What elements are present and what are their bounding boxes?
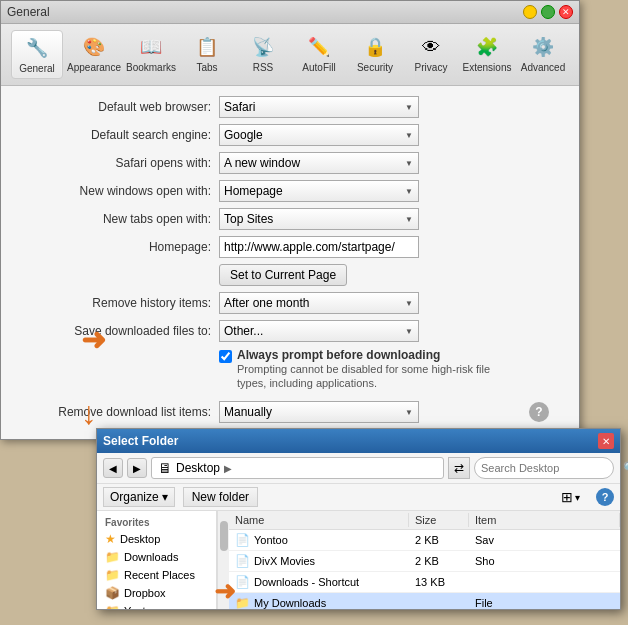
advanced-icon: ⚙️ bbox=[530, 34, 556, 60]
always-prompt-row: Always prompt before downloading Prompti… bbox=[219, 348, 559, 391]
toolbar-label-privacy: Privacy bbox=[415, 62, 448, 73]
nav-forward-button[interactable]: ▶ bbox=[127, 458, 147, 478]
dropbox-icon: 📦 bbox=[105, 586, 120, 600]
sidebar-item-recent[interactable]: 📁 Recent Places bbox=[97, 566, 216, 584]
safari-opens-select[interactable]: A new window bbox=[219, 152, 419, 174]
minimize-button[interactable] bbox=[523, 5, 537, 19]
default-browser-label: Default web browser: bbox=[21, 100, 211, 114]
path-bar: 🖥 Desktop ▶ bbox=[151, 457, 444, 479]
default-browser-select[interactable]: Safari bbox=[219, 96, 419, 118]
file-row-yontoo[interactable]: 📄Yontoo 2 KB Sav bbox=[229, 530, 620, 551]
file-row-divx[interactable]: 📄DivX Movies 2 KB Sho bbox=[229, 551, 620, 572]
col-header-size: Size bbox=[409, 513, 469, 527]
remove-download-row: Remove download list items: Manually ? bbox=[21, 397, 559, 423]
folder-nav-bar: ◀ ▶ 🖥 Desktop ▶ ⇄ 🔍 bbox=[97, 453, 620, 484]
close-button[interactable]: ✕ bbox=[559, 5, 573, 19]
refresh-button[interactable]: ⇄ bbox=[448, 457, 470, 479]
favorites-section: Favorites ★ Desktop 📁 Downloads 📁 Recent… bbox=[97, 511, 216, 609]
col-header-name: Name bbox=[229, 513, 409, 527]
default-search-control: Google bbox=[219, 124, 559, 146]
sidebar-desktop-label: Desktop bbox=[120, 533, 160, 545]
security-icon: 🔒 bbox=[362, 34, 388, 60]
sidebar-item-dropbox[interactable]: 📦 Dropbox bbox=[97, 584, 216, 602]
remove-download-control: Manually bbox=[219, 401, 529, 423]
always-prompt-checkbox[interactable] bbox=[219, 350, 232, 363]
desktop-icon: 🖥 bbox=[158, 460, 172, 476]
default-browser-select-wrap: Safari bbox=[219, 96, 419, 118]
toolbar-label-general: General bbox=[19, 63, 55, 74]
new-windows-row: New windows open with: Homepage bbox=[21, 180, 559, 202]
safari-opens-select-wrap: A new window bbox=[219, 152, 419, 174]
folder-toolbar: Organize ▾ New folder ⊞ ▾ ? bbox=[97, 484, 620, 511]
new-tabs-select-wrap: Top Sites bbox=[219, 208, 419, 230]
toolbar-label-advanced: Advanced bbox=[521, 62, 565, 73]
toolbar-label-appearance: Appearance bbox=[67, 62, 121, 73]
new-tabs-row: New tabs open with: Top Sites bbox=[21, 208, 559, 230]
title-buttons: ✕ bbox=[523, 5, 573, 19]
default-search-select-wrap: Google bbox=[219, 124, 419, 146]
toolbar-label-bookmarks: Bookmarks bbox=[126, 62, 176, 73]
toolbar-item-extensions[interactable]: 🧩 Extensions bbox=[461, 30, 513, 79]
remove-history-select[interactable]: After one month bbox=[219, 292, 419, 314]
toolbar-label-security: Security bbox=[357, 62, 393, 73]
save-files-select[interactable]: Other... bbox=[219, 320, 419, 342]
folder-help-button[interactable]: ? bbox=[596, 488, 614, 506]
path-arrow: ▶ bbox=[224, 463, 232, 474]
remove-history-control: After one month bbox=[219, 292, 559, 314]
new-tabs-select[interactable]: Top Sites bbox=[219, 208, 419, 230]
nav-back-button[interactable]: ◀ bbox=[103, 458, 123, 478]
toolbar-item-advanced[interactable]: ⚙️ Advanced bbox=[517, 30, 569, 79]
toolbar-item-tabs[interactable]: 📋 Tabs bbox=[181, 30, 233, 79]
toolbar-label-tabs: Tabs bbox=[196, 62, 217, 73]
folder-close-button[interactable]: ✕ bbox=[598, 433, 614, 449]
remove-download-section: ↓ Remove download list items: Manually ? bbox=[21, 397, 559, 423]
sidebar-item-desktop[interactable]: ★ Desktop bbox=[97, 530, 216, 548]
file-row-downloads-shortcut[interactable]: 📄Downloads - Shortcut 13 KB bbox=[229, 572, 620, 593]
folder-icon-downloads: 📁 bbox=[105, 550, 120, 564]
help-button[interactable]: ? bbox=[529, 402, 549, 422]
toolbar-item-appearance[interactable]: 🎨 Appearance bbox=[67, 30, 121, 79]
path-text: Desktop bbox=[176, 461, 220, 475]
general-icon: 🔧 bbox=[24, 35, 50, 61]
default-browser-control: Safari bbox=[219, 96, 559, 118]
set-to-current-page-button[interactable]: Set to Current Page bbox=[219, 264, 347, 286]
homepage-control bbox=[219, 236, 559, 258]
toolbar-item-general[interactable]: 🔧 General bbox=[11, 30, 63, 79]
organize-label: Organize bbox=[110, 490, 159, 504]
folder-icon-recent: 📁 bbox=[105, 568, 120, 582]
save-files-control: Other... bbox=[219, 320, 559, 342]
new-folder-button[interactable]: New folder bbox=[183, 487, 258, 507]
new-windows-select-wrap: Homepage bbox=[219, 180, 419, 202]
maximize-button[interactable] bbox=[541, 5, 555, 19]
file-list-header: Name Size Item bbox=[229, 511, 620, 530]
search-input[interactable] bbox=[481, 462, 619, 474]
right-arrow-annotation: ➜ bbox=[81, 322, 106, 357]
toolbar-item-bookmarks[interactable]: 📖 Bookmarks bbox=[125, 30, 177, 79]
toolbar-item-security[interactable]: 🔒 Security bbox=[349, 30, 401, 79]
toolbar-item-privacy[interactable]: 👁 Privacy bbox=[405, 30, 457, 79]
file-icon-my-downloads: 📁 bbox=[235, 596, 250, 609]
new-windows-label: New windows open with: bbox=[21, 184, 211, 198]
favorites-label: Favorites bbox=[97, 515, 216, 530]
sidebar-item-downloads[interactable]: 📁 Downloads bbox=[97, 548, 216, 566]
file-area: Favorites ★ Desktop 📁 Downloads 📁 Recent… bbox=[97, 511, 620, 609]
organize-button[interactable]: Organize ▾ bbox=[103, 487, 175, 507]
toolbar-item-autofill[interactable]: ✏️ AutoFill bbox=[293, 30, 345, 79]
new-windows-select[interactable]: Homepage bbox=[219, 180, 419, 202]
sidebar-item-yontoo[interactable]: 📁 Yontoo bbox=[97, 602, 216, 609]
remove-download-select[interactable]: Manually bbox=[219, 401, 419, 423]
sidebar-recent-label: Recent Places bbox=[124, 569, 195, 581]
default-search-row: Default search engine: Google bbox=[21, 124, 559, 146]
folder-title-bar: Select Folder ✕ bbox=[97, 429, 620, 453]
new-windows-control: Homepage bbox=[219, 180, 559, 202]
file-icon-divx: 📄 bbox=[235, 554, 250, 568]
view-arrow[interactable]: ▾ bbox=[575, 492, 580, 503]
view-icon: ⊞ bbox=[561, 489, 573, 505]
search-icon: 🔍 bbox=[623, 461, 628, 475]
file-row-my-downloads[interactable]: 📁My Downloads File bbox=[229, 593, 620, 609]
save-files-section: ➜ Save downloaded files to: Other... Alw… bbox=[21, 320, 559, 391]
homepage-input[interactable] bbox=[219, 236, 419, 258]
default-search-select[interactable]: Google bbox=[219, 124, 419, 146]
window-title: General bbox=[7, 5, 50, 19]
toolbar-item-rss[interactable]: 📡 RSS bbox=[237, 30, 289, 79]
